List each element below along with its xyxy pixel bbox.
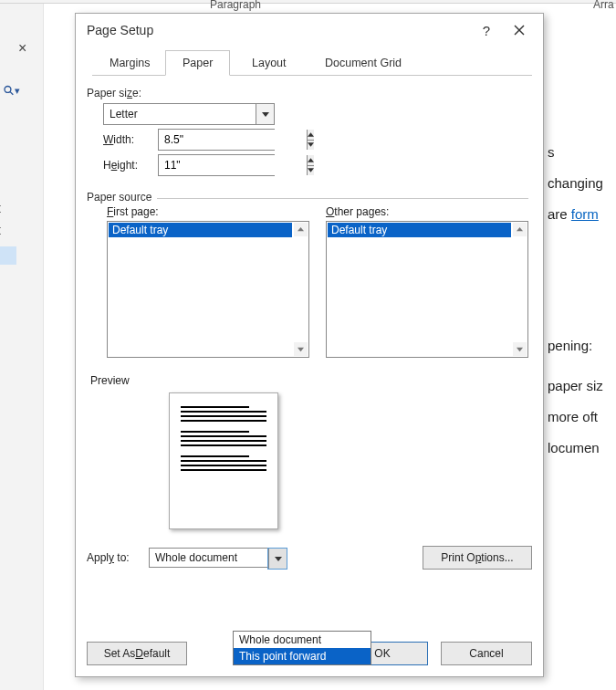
first-page-label: First page:	[107, 205, 309, 218]
paper-size-label: Paper size:	[87, 87, 532, 99]
preview-page	[169, 392, 278, 529]
svg-marker-11	[517, 227, 523, 231]
svg-marker-6	[308, 143, 314, 147]
apply-option-whole[interactable]: Whole document	[234, 632, 371, 648]
scroll-up-icon[interactable]	[513, 223, 527, 236]
apply-to-combo[interactable]: Whole document	[149, 548, 287, 568]
spin-up-icon[interactable]	[308, 130, 314, 141]
scroll-up-icon[interactable]	[294, 223, 308, 236]
svg-marker-12	[517, 348, 523, 351]
preview-label: Preview	[90, 374, 532, 387]
svg-line-1	[10, 91, 13, 94]
svg-marker-8	[308, 169, 314, 172]
scroll-down-icon[interactable]	[513, 342, 527, 356]
list-item[interactable]: Default tray	[328, 223, 511, 237]
document-body-fragment: s changing are form pening: paper siz mo…	[548, 137, 603, 464]
svg-marker-7	[308, 158, 314, 162]
first-page-listbox[interactable]: Default tray	[107, 221, 309, 358]
height-label: Height:	[103, 159, 158, 172]
print-options-button[interactable]: Print Options...	[423, 546, 532, 570]
tab-strip: Margins Paper Layout Document Grid	[92, 50, 532, 76]
ribbon-group-arrange: Arra	[593, 0, 614, 11]
doc-fragment: t	[0, 223, 1, 237]
svg-marker-5	[308, 132, 314, 136]
width-input[interactable]	[159, 130, 307, 150]
help-button[interactable]: ?	[470, 16, 503, 44]
other-pages-listbox[interactable]: Default tray	[326, 221, 528, 358]
page-setup-dialog: Page Setup ? Margins Paper Layout Docume…	[75, 13, 544, 677]
svg-marker-10	[298, 348, 304, 351]
dialog-title: Page Setup	[87, 23, 470, 37]
tab-layout[interactable]: Layout	[235, 50, 304, 76]
cancel-button[interactable]: Cancel	[441, 642, 532, 665]
list-item[interactable]: Default tray	[109, 223, 292, 237]
svg-marker-9	[298, 227, 304, 231]
svg-marker-13	[275, 557, 282, 561]
width-spin[interactable]	[158, 129, 275, 151]
spin-down-icon[interactable]	[308, 166, 314, 176]
doc-fragment: t	[0, 201, 1, 215]
svg-marker-4	[262, 112, 269, 117]
tab-paper[interactable]: Paper	[165, 50, 230, 76]
tab-document-grid[interactable]: Document Grid	[308, 50, 419, 76]
ribbon-group-paragraph: Paragraph	[210, 0, 261, 11]
apply-option-forward[interactable]: This point forward	[234, 648, 371, 664]
spin-down-icon[interactable]	[308, 141, 314, 151]
chevron-down-icon[interactable]	[268, 549, 287, 569]
chevron-down-icon[interactable]	[256, 104, 274, 124]
nav-highlight	[0, 246, 16, 265]
set-as-default-button[interactable]: Set As Default	[87, 642, 187, 665]
apply-to-label: Apply to:	[87, 551, 149, 564]
close-button[interactable]	[503, 16, 536, 44]
spin-up-icon[interactable]	[308, 155, 314, 166]
paper-size-combo[interactable]: Letter	[103, 103, 275, 125]
format-link: form	[571, 206, 599, 222]
other-pages-label: Other pages:	[326, 205, 528, 218]
search-icon[interactable]: ▾	[4, 82, 20, 99]
height-input[interactable]	[159, 155, 307, 175]
tab-margins[interactable]: Margins	[92, 50, 167, 76]
navigation-pane	[0, 4, 44, 690]
height-spin[interactable]	[158, 154, 275, 176]
apply-to-dropdown[interactable]: Whole document This point forward	[233, 631, 371, 665]
pane-close-icon[interactable]: ×	[18, 40, 26, 57]
scroll-down-icon[interactable]	[294, 342, 308, 356]
width-label: Width:	[103, 133, 158, 146]
paper-source-label: Paper source	[87, 191, 157, 204]
